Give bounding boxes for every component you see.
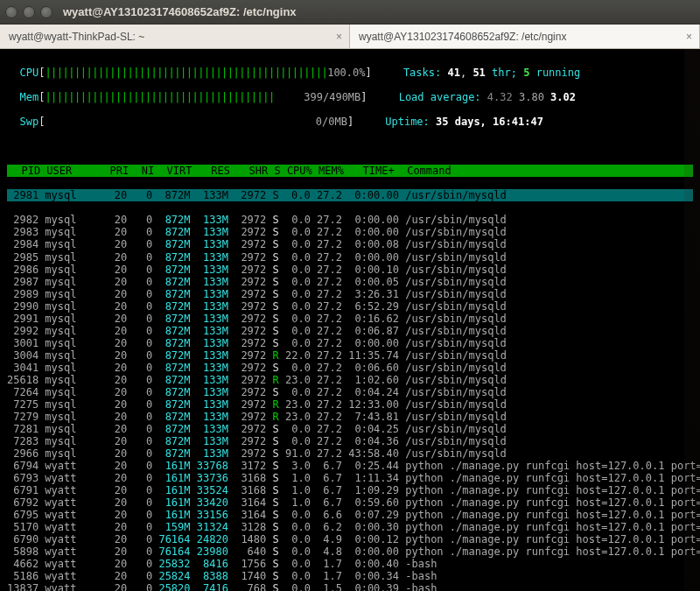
close-icon[interactable] bbox=[5, 6, 18, 18]
meter-cpu: CPU[||||||||||||||||||||||||||||||||||||… bbox=[7, 67, 693, 79]
process-row[interactable]: 7281 mysql 20 0 872M 133M 2972 S 0.0 27.… bbox=[7, 423, 693, 435]
process-row[interactable]: 2966 mysql 20 0 872M 133M 2972 S 91.0 27… bbox=[7, 447, 693, 460]
process-row[interactable]: 2989 mysql 20 0 872M 133M 2972 S 0.0 27.… bbox=[7, 288, 693, 300]
process-row[interactable]: 6793 wyatt 20 0 161M 33736 3168 S 1.0 6.… bbox=[7, 472, 693, 484]
process-row[interactable]: 2992 mysql 20 0 872M 133M 2972 S 0.0 27.… bbox=[7, 325, 693, 337]
process-row[interactable]: 2987 mysql 20 0 872M 133M 2972 S 0.0 27.… bbox=[7, 276, 693, 288]
process-header[interactable]: PID USER PRI NI VIRT RES SHR S CPU% MEM%… bbox=[7, 165, 693, 177]
tab-remote[interactable]: wyatt@AY131023174608652af9Z: /etc/nginx … bbox=[350, 25, 700, 48]
process-row[interactable]: 7264 mysql 20 0 872M 133M 2972 S 0.0 27.… bbox=[7, 386, 693, 398]
meter-mem: Mem[||||||||||||||||||||||||||||||||||||… bbox=[7, 91, 693, 103]
process-row[interactable]: 5170 wyatt 20 0 159M 31324 3128 S 0.0 6.… bbox=[7, 521, 693, 533]
window-titlebar: wyatt@AY131023174608652af9Z: /etc/nginx bbox=[0, 0, 700, 25]
minimize-icon[interactable] bbox=[23, 6, 35, 18]
process-row[interactable]: 6791 wyatt 20 0 161M 33524 3168 S 1.0 6.… bbox=[7, 484, 693, 496]
maximize-icon[interactable] bbox=[40, 6, 52, 18]
process-row[interactable]: 5186 wyatt 20 0 25824 8388 1740 S 0.0 1.… bbox=[7, 570, 693, 582]
meter-swp: Swp[ 0/0MB] Uptime: 35 days, 16:41:47 bbox=[7, 116, 693, 128]
process-row[interactable]: 2985 mysql 20 0 872M 133M 2972 S 0.0 27.… bbox=[7, 251, 693, 264]
process-row[interactable]: 6790 wyatt 20 0 76164 24820 1480 S 0.0 4… bbox=[7, 533, 693, 545]
process-row-selected[interactable]: 2981 mysql 20 0 872M 133M 2972 S 0.0 27.… bbox=[7, 189, 693, 201]
process-row[interactable]: 2982 mysql 20 0 872M 133M 2972 S 0.0 27.… bbox=[7, 214, 693, 226]
process-row[interactable]: 2991 mysql 20 0 872M 133M 2972 S 0.0 27.… bbox=[7, 313, 693, 325]
close-icon[interactable]: × bbox=[336, 31, 342, 43]
process-row[interactable]: 2986 mysql 20 0 872M 133M 2972 S 0.0 27.… bbox=[7, 264, 693, 276]
process-row[interactable]: 13837 wyatt 20 0 25820 7416 768 S 0.0 1.… bbox=[7, 582, 693, 591]
process-row[interactable]: 6792 wyatt 20 0 161M 33420 3164 S 1.0 6.… bbox=[7, 496, 693, 509]
process-row[interactable]: 7283 mysql 20 0 872M 133M 2972 S 0.0 27.… bbox=[7, 435, 693, 447]
process-row[interactable]: 3004 mysql 20 0 872M 133M 2972 R 22.0 27… bbox=[7, 349, 693, 362]
process-row[interactable]: 2983 mysql 20 0 872M 133M 2972 S 0.0 27.… bbox=[7, 226, 693, 238]
process-row[interactable]: 5898 wyatt 20 0 76164 23980 640 S 0.0 4.… bbox=[7, 545, 693, 558]
process-row[interactable]: 25618 mysql 20 0 872M 133M 2972 R 23.0 2… bbox=[7, 374, 693, 386]
tab-label: wyatt@wyatt-ThinkPad-SL: ~ bbox=[9, 31, 144, 43]
process-row[interactable]: 6795 wyatt 20 0 161M 33156 3164 S 0.0 6.… bbox=[7, 509, 693, 521]
tab-label: wyatt@AY131023174608652af9Z: /etc/nginx bbox=[359, 31, 566, 43]
tab-bar: wyatt@wyatt-ThinkPad-SL: ~ × wyatt@AY131… bbox=[0, 25, 700, 49]
window-title: wyatt@AY131023174608652af9Z: /etc/nginx bbox=[63, 5, 297, 18]
process-row[interactable]: 2990 mysql 20 0 872M 133M 2972 S 0.0 27.… bbox=[7, 300, 693, 313]
close-icon[interactable]: × bbox=[686, 31, 692, 43]
tab-local[interactable]: wyatt@wyatt-ThinkPad-SL: ~ × bbox=[0, 25, 350, 48]
process-row[interactable]: 3041 mysql 20 0 872M 133M 2972 S 0.0 27.… bbox=[7, 362, 693, 374]
process-row[interactable]: 7279 mysql 20 0 872M 133M 2972 R 23.0 27… bbox=[7, 411, 693, 423]
process-row[interactable]: 2984 mysql 20 0 872M 133M 2972 S 0.0 27.… bbox=[7, 238, 693, 250]
process-row[interactable]: 7275 mysql 20 0 872M 133M 2972 R 23.0 27… bbox=[7, 398, 693, 411]
process-row[interactable]: 4662 wyatt 20 0 25832 8416 1756 S 0.0 1.… bbox=[7, 558, 693, 570]
terminal[interactable]: CPU[||||||||||||||||||||||||||||||||||||… bbox=[0, 49, 700, 591]
process-row[interactable]: 3001 mysql 20 0 872M 133M 2972 S 0.0 27.… bbox=[7, 337, 693, 349]
blank bbox=[7, 140, 693, 152]
process-row[interactable]: 6794 wyatt 20 0 161M 33768 3172 S 3.0 6.… bbox=[7, 460, 693, 472]
